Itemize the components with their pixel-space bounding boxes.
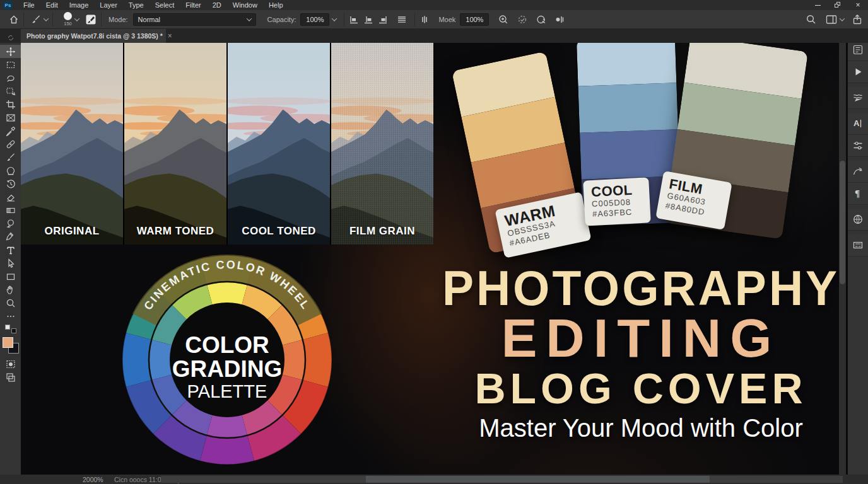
smudge-tool[interactable] xyxy=(0,217,21,230)
history-brush-tool[interactable] xyxy=(0,177,21,190)
brush-size-value: 150 xyxy=(64,21,72,26)
actions-panel-icon[interactable] xyxy=(848,61,868,83)
gradient-tool[interactable] xyxy=(0,204,21,217)
menu-item-layer[interactable]: Layer xyxy=(94,0,123,10)
restore-icon xyxy=(835,2,841,8)
chevron-down-icon[interactable] xyxy=(840,16,845,21)
brush-settings-panel-icon[interactable] xyxy=(848,87,868,109)
character-panel-icon[interactable]: A xyxy=(848,113,868,135)
document-tab-bar: Photo graphy Watpot7.8i cista @ 3 1380S)… xyxy=(0,29,868,43)
quick-mask-button[interactable] xyxy=(0,357,21,371)
brush-size-control[interactable]: 150 xyxy=(64,12,72,26)
menu-item-2d[interactable]: 2D xyxy=(207,0,227,10)
pen-tool[interactable] xyxy=(0,230,21,243)
options-bar: 150 Mode: Normal Capacity: 100% Moek 100… xyxy=(0,10,868,29)
menu-item-select[interactable]: Select xyxy=(150,0,180,10)
paragraph-panel-icon[interactable]: ¶ xyxy=(848,183,868,205)
chevron-down-icon[interactable] xyxy=(332,16,337,21)
color-stripe xyxy=(578,83,677,132)
brush-preset-icon[interactable] xyxy=(31,14,41,25)
chevron-down-icon xyxy=(246,16,251,21)
screen-mode-button[interactable] xyxy=(0,371,21,384)
menu-item-filter[interactable]: Filter xyxy=(180,0,206,10)
brush-tool[interactable] xyxy=(0,151,21,164)
type-tool[interactable] xyxy=(0,243,21,256)
flow-input[interactable]: 100% xyxy=(460,13,489,26)
menu-item-help[interactable]: Help xyxy=(263,0,289,10)
window-controls: × xyxy=(807,0,868,10)
chevron-down-icon[interactable] xyxy=(74,16,79,21)
pen-pressure-icon[interactable] xyxy=(554,14,566,25)
chevron-down-icon[interactable] xyxy=(44,16,49,21)
document-canvas[interactable]: ORIGINALWARM TONEDCOOL TONEDFILM GRAIN C… xyxy=(21,43,848,475)
workspace-icon[interactable] xyxy=(826,14,837,25)
justify-icon[interactable] xyxy=(397,14,407,25)
restore-button[interactable] xyxy=(828,0,848,10)
panel-label: FILM GRAIN xyxy=(331,225,433,238)
marquee-tool[interactable] xyxy=(0,58,21,71)
vertical-scrollbar[interactable] xyxy=(839,43,846,475)
frame-tool[interactable] xyxy=(0,111,21,124)
flow-label: Moek xyxy=(438,16,455,23)
tab-close-icon[interactable]: × xyxy=(168,32,172,40)
flow-bars-icon[interactable] xyxy=(419,14,430,25)
search-icon[interactable] xyxy=(806,14,817,25)
smoothing-icon[interactable] xyxy=(517,14,528,25)
menu-item-image[interactable]: Image xyxy=(64,0,95,10)
status-bar-corner xyxy=(848,475,868,484)
photo-panel-film-grain: FILM GRAIN xyxy=(331,43,433,245)
properties-panel-icon[interactable] xyxy=(848,135,868,157)
shape-tool[interactable] xyxy=(0,270,21,283)
pen-curve-panel-icon[interactable] xyxy=(848,161,868,183)
path-select-tool[interactable] xyxy=(0,256,21,270)
cool-card-label: COOL C005D08 #A63FBC xyxy=(583,177,651,226)
healing-brush-tool[interactable] xyxy=(0,137,21,151)
menu-item-edit[interactable]: Edit xyxy=(40,0,64,10)
cover-subtitle: Master Your Mood with Color xyxy=(434,411,848,445)
crop-tool[interactable] xyxy=(0,98,21,111)
color-stripe xyxy=(577,43,676,86)
menu-item-file[interactable]: File xyxy=(18,0,40,10)
foreground-color-swatch[interactable] xyxy=(3,337,13,348)
svg-text:A: A xyxy=(853,118,860,128)
eraser-tool[interactable] xyxy=(0,190,21,204)
opacity-input[interactable]: 100% xyxy=(300,13,329,26)
blend-mode-select[interactable]: Normal xyxy=(133,13,256,26)
object-select-tool[interactable] xyxy=(0,84,21,98)
cover-title-line1: PHOTOGRAPHY xyxy=(434,264,848,313)
timeline-panel-icon[interactable] xyxy=(848,234,868,256)
panel-label: ORIGINAL xyxy=(21,225,123,238)
vertical-scrollbar-thumb[interactable] xyxy=(840,161,845,284)
zoom-lens-icon[interactable] xyxy=(498,14,509,25)
align-left-icon[interactable] xyxy=(349,14,359,25)
default-colors-icon[interactable] xyxy=(5,325,16,333)
move-tool[interactable] xyxy=(0,45,21,58)
eyedropper-tool[interactable] xyxy=(0,124,21,137)
hand-tool[interactable] xyxy=(0,283,21,296)
close-button[interactable]: × xyxy=(848,0,868,10)
cover-title-line3: BLOG COVER xyxy=(434,366,848,411)
libraries-panel-icon[interactable] xyxy=(848,209,868,231)
document-tab[interactable]: Photo graphy Watpot7.8i cista @ 3 1380S)… xyxy=(21,29,166,43)
horizontal-scrollbar-thumb[interactable] xyxy=(366,476,710,483)
home-icon[interactable] xyxy=(9,14,19,25)
tools-toolbar xyxy=(0,43,21,475)
align-center-icon[interactable] xyxy=(363,14,373,25)
smoothing-options-icon[interactable] xyxy=(536,14,547,25)
menu-item-type[interactable]: Type xyxy=(123,0,150,10)
zoom-tool[interactable] xyxy=(0,296,21,309)
minimize-button[interactable] xyxy=(807,0,828,10)
blend-mode-value: Normal xyxy=(138,16,160,23)
share-icon[interactable] xyxy=(852,14,863,25)
toggle-brush-panel-icon[interactable] xyxy=(85,14,97,25)
lasso-tool[interactable] xyxy=(0,71,21,84)
zoom-level-value[interactable]: 2000% xyxy=(83,476,103,483)
document-tab-title: Photo graphy Watpot7.8i cista @ 3 1380S)… xyxy=(26,32,163,40)
more-options[interactable] xyxy=(0,309,21,323)
clone-stamp-tool[interactable] xyxy=(0,164,21,177)
cover-title-line2: EDITING xyxy=(434,311,848,366)
horizontal-scrollbar[interactable] xyxy=(161,476,843,483)
align-right-icon[interactable] xyxy=(378,14,388,25)
menu-item-window[interactable]: Window xyxy=(227,0,263,10)
color-swatches[interactable] xyxy=(3,337,19,354)
